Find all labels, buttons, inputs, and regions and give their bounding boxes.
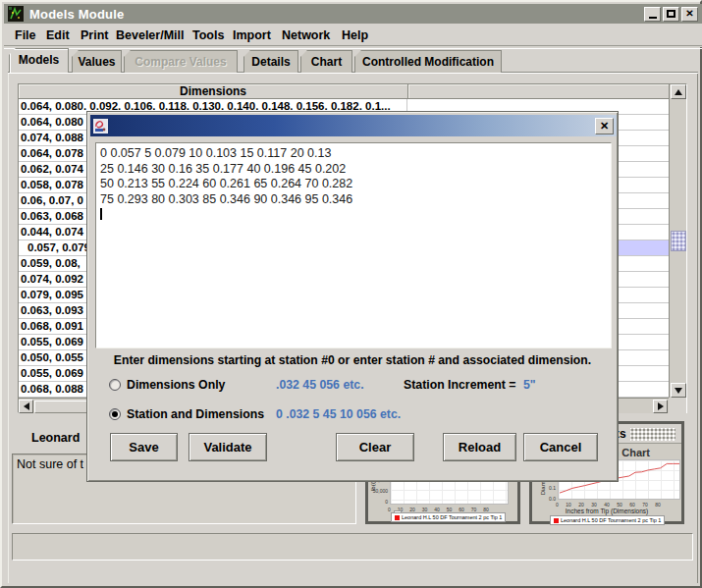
app-window: Models Module ✕ File Edit Print Beveler/… (0, 0, 702, 588)
dimensions-entry-dialog: ✕ 0 0.057 5 0.079 10 0.103 15 0.117 20 0… (86, 111, 619, 482)
menu-item-import[interactable]: Import (233, 24, 271, 47)
dimension-chart-legend: Leonard H.L 50 DF Tournament 2 pc Tip 1 (550, 515, 665, 525)
scroll-right-button[interactable] (653, 400, 668, 413)
column-header-blank[interactable] (408, 84, 669, 99)
dialog-close-button[interactable]: ✕ (595, 118, 614, 134)
scroll-up-button[interactable] (671, 84, 686, 99)
message-bar (12, 533, 693, 561)
tab-models[interactable]: Models (9, 48, 69, 73)
menu-item-edit[interactable]: Edit (46, 24, 70, 47)
window-controls: ✕ (644, 7, 698, 22)
close-icon: ✕ (600, 121, 609, 132)
save-button[interactable]: Save (110, 433, 178, 461)
minimize-icon (649, 17, 657, 19)
menu-bar: File Edit Print Beveler/Mill Tools Impor… (4, 24, 702, 47)
vertical-scrollbar[interactable] (669, 84, 686, 398)
clear-button[interactable]: Clear (336, 433, 414, 461)
menu-item-print[interactable]: Print (81, 24, 108, 47)
column-header-dimensions[interactable]: Dimensions (19, 84, 408, 99)
textarea-line: 50 0.213 55 0.224 60 0.261 65 0.264 70 0… (100, 177, 607, 192)
text-caret (100, 208, 102, 220)
radio-station-and-dimensions-label[interactable]: Station and Dimensions (127, 407, 264, 421)
scroll-down-button[interactable] (671, 383, 686, 398)
tab-chart[interactable]: Chart (300, 50, 352, 73)
tab-compare-values: Compare Values (124, 50, 238, 73)
arrow-down-icon (675, 388, 682, 394)
maximize-icon (667, 10, 675, 18)
arrow-left-icon (24, 402, 29, 410)
arrow-right-icon (658, 402, 664, 410)
maximize-button[interactable] (663, 7, 679, 22)
menu-item-file[interactable]: File (15, 24, 36, 47)
legend-swatch-red (395, 515, 400, 520)
dimensions-textarea[interactable]: 0 0.057 5 0.079 10 0.103 15 0.117 20 0.1… (95, 142, 612, 348)
radio-dimensions-only-label[interactable]: Dimensions Only (127, 378, 225, 392)
arrow-up-icon (675, 89, 682, 95)
y-tick: 0.0 (532, 496, 556, 502)
station-and-dimensions-hint: 0 .032 5 45 10 056 etc. (276, 407, 401, 421)
menu-item-help[interactable]: Help (342, 24, 368, 47)
validate-button[interactable]: Validate (189, 433, 267, 461)
scrollbar-corner (669, 398, 686, 413)
radio-dimensions-only[interactable] (109, 379, 121, 391)
y-tick: 0.1 (532, 485, 556, 491)
reload-button[interactable]: Reload (443, 433, 516, 461)
textarea-line: 0 0.057 5 0.079 10 0.103 15 0.117 20 0.1… (100, 146, 607, 162)
table-header-row: Dimensions (19, 84, 669, 99)
scroll-left-button[interactable] (19, 400, 33, 413)
dimension-x-axis-label: Inches from Tip (Dimensions) (532, 508, 681, 514)
legend-label: Leonard H.L 50 DF Tournament 2 pc Tip 1 (402, 514, 502, 520)
tab-controlled-modification[interactable]: Controlled Modification (354, 50, 502, 73)
textarea-line: 75 0.293 80 0.303 85 0.346 90 0.346 95 0… (100, 192, 607, 208)
legend-label: Leonard H.L 50 DF Tournament 2 pc Tip 1 (561, 517, 661, 523)
dialog-icon (93, 119, 108, 134)
stress-plot-area (390, 479, 509, 505)
app-icon (8, 6, 24, 22)
vertical-scroll-thumb[interactable] (671, 231, 686, 251)
y-tick: 50,000 (364, 488, 388, 494)
menu-item-beveler-mill[interactable]: Beveler/Mill (116, 24, 184, 47)
close-button[interactable]: ✕ (681, 7, 698, 22)
menu-item-network[interactable]: Network (282, 24, 330, 47)
dialog-instruction: Enter dimensions starting at station #0 … (87, 353, 618, 367)
titlebar-texture (630, 428, 675, 441)
dialog-titlebar: ✕ (90, 115, 617, 136)
textarea-line: 25 0.146 30 0.16 35 0.177 40 0.196 45 0.… (100, 162, 607, 178)
window-titlebar: Models Module ✕ (4, 4, 702, 24)
tab-values[interactable]: Values (72, 50, 122, 73)
y-tick: 0 (364, 499, 388, 505)
notes-text: Not sure of t (17, 457, 83, 471)
close-icon: ✕ (685, 9, 693, 19)
window-title: Models Module (29, 7, 125, 22)
tab-details[interactable]: Details (243, 50, 298, 73)
legend-swatch-red (554, 518, 559, 523)
minimize-button[interactable] (644, 7, 661, 22)
station-increment-label: Station Increment = (404, 378, 515, 392)
model-name-label: Leonard (31, 431, 80, 445)
dimensions-only-hint: .032 45 056 etc. (276, 378, 364, 392)
radio-station-and-dimensions[interactable] (109, 408, 121, 420)
station-increment-value: 5" (523, 378, 536, 392)
stress-chart-legend: Leonard H.L 50 DF Tournament 2 pc Tip 1 (391, 512, 506, 522)
cancel-button[interactable]: Cancel (523, 433, 598, 461)
menu-item-tools[interactable]: Tools (192, 24, 224, 47)
